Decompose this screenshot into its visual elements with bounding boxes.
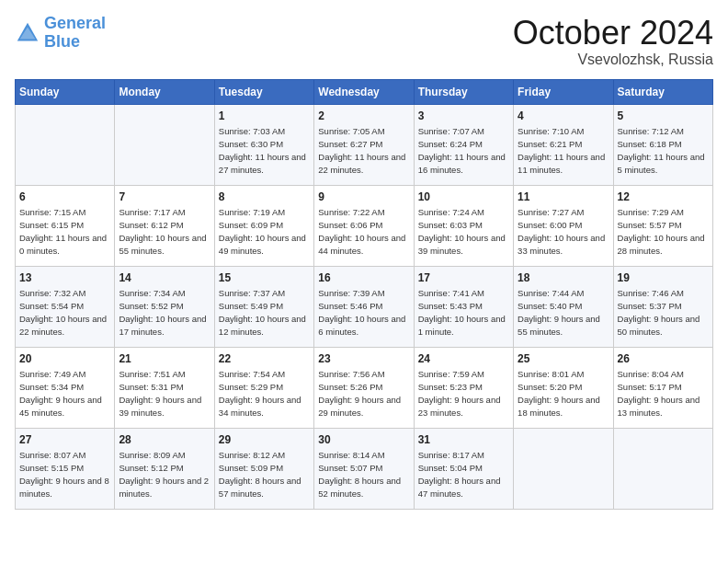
- calendar-week-row: 13Sunrise: 7:32 AM Sunset: 5:54 PM Dayli…: [16, 266, 713, 347]
- day-number: 29: [219, 432, 310, 448]
- day-info: Sunrise: 7:51 AM Sunset: 5:31 PM Dayligh…: [119, 368, 210, 419]
- day-info: Sunrise: 8:04 AM Sunset: 5:17 PM Dayligh…: [618, 368, 709, 419]
- logo-icon: [15, 20, 40, 46]
- calendar-cell: 12Sunrise: 7:29 AM Sunset: 5:57 PM Dayli…: [613, 185, 712, 266]
- location-title: Vsevolozhsk, Russia: [513, 52, 713, 68]
- calendar-cell: [514, 428, 613, 509]
- day-number: 20: [19, 351, 110, 367]
- calendar-cell: 3Sunrise: 7:07 AM Sunset: 6:24 PM Daylig…: [414, 104, 513, 185]
- day-number: 9: [318, 190, 409, 205]
- calendar-cell: [16, 104, 115, 185]
- day-number: 4: [518, 109, 609, 124]
- calendar-cell: 26Sunrise: 8:04 AM Sunset: 5:17 PM Dayli…: [613, 347, 712, 428]
- calendar-cell: 31Sunrise: 8:17 AM Sunset: 5:04 PM Dayli…: [414, 428, 513, 509]
- day-number: 10: [418, 190, 509, 205]
- day-number: 16: [318, 270, 409, 286]
- calendar-cell: 22Sunrise: 7:54 AM Sunset: 5:29 PM Dayli…: [214, 347, 313, 428]
- weekday-header: Friday: [514, 79, 613, 104]
- calendar-cell: [613, 428, 712, 509]
- day-info: Sunrise: 7:05 AM Sunset: 6:27 PM Dayligh…: [318, 125, 409, 176]
- calendar-cell: 8Sunrise: 7:19 AM Sunset: 6:09 PM Daylig…: [214, 185, 313, 266]
- day-info: Sunrise: 7:44 AM Sunset: 5:40 PM Dayligh…: [518, 287, 609, 338]
- day-number: 3: [418, 109, 509, 124]
- day-info: Sunrise: 7:34 AM Sunset: 5:52 PM Dayligh…: [119, 287, 210, 338]
- day-number: 25: [518, 351, 609, 367]
- day-info: Sunrise: 7:24 AM Sunset: 6:03 PM Dayligh…: [418, 206, 509, 257]
- calendar-cell: 2Sunrise: 7:05 AM Sunset: 6:27 PM Daylig…: [314, 104, 414, 185]
- day-info: Sunrise: 7:39 AM Sunset: 5:46 PM Dayligh…: [318, 287, 409, 338]
- day-number: 11: [518, 190, 609, 205]
- day-number: 28: [119, 432, 210, 448]
- day-info: Sunrise: 7:12 AM Sunset: 6:18 PM Dayligh…: [618, 125, 709, 176]
- calendar-cell: 21Sunrise: 7:51 AM Sunset: 5:31 PM Dayli…: [115, 347, 214, 428]
- calendar-cell: 15Sunrise: 7:37 AM Sunset: 5:49 PM Dayli…: [214, 266, 313, 347]
- day-number: 6: [19, 190, 110, 205]
- calendar-table: SundayMondayTuesdayWednesdayThursdayFrid…: [15, 79, 713, 510]
- calendar-cell: 7Sunrise: 7:17 AM Sunset: 6:12 PM Daylig…: [115, 185, 214, 266]
- day-number: 14: [119, 270, 210, 286]
- day-info: Sunrise: 7:59 AM Sunset: 5:23 PM Dayligh…: [418, 368, 509, 419]
- day-info: Sunrise: 7:29 AM Sunset: 5:57 PM Dayligh…: [618, 206, 709, 257]
- day-info: Sunrise: 7:15 AM Sunset: 6:15 PM Dayligh…: [19, 206, 110, 257]
- day-number: 15: [219, 270, 310, 286]
- calendar-cell: 17Sunrise: 7:41 AM Sunset: 5:43 PM Dayli…: [414, 266, 513, 347]
- day-number: 31: [418, 432, 509, 448]
- day-number: 1: [219, 109, 310, 124]
- day-info: Sunrise: 7:27 AM Sunset: 6:00 PM Dayligh…: [518, 206, 609, 257]
- day-number: 24: [418, 351, 509, 367]
- day-number: 13: [19, 270, 110, 286]
- calendar-cell: 27Sunrise: 8:07 AM Sunset: 5:15 PM Dayli…: [16, 428, 115, 509]
- calendar-cell: 25Sunrise: 8:01 AM Sunset: 5:20 PM Dayli…: [514, 347, 613, 428]
- calendar-cell: 23Sunrise: 7:56 AM Sunset: 5:26 PM Dayli…: [314, 347, 414, 428]
- day-info: Sunrise: 7:46 AM Sunset: 5:37 PM Dayligh…: [618, 287, 709, 338]
- calendar-cell: 9Sunrise: 7:22 AM Sunset: 6:06 PM Daylig…: [314, 185, 414, 266]
- page-header: General Blue October 2024 Vsevolozhsk, R…: [15, 15, 713, 68]
- weekday-header: Sunday: [16, 79, 115, 104]
- logo-text: General: [44, 15, 106, 33]
- day-number: 8: [219, 190, 310, 205]
- calendar-cell: 10Sunrise: 7:24 AM Sunset: 6:03 PM Dayli…: [414, 185, 513, 266]
- weekday-header: Tuesday: [214, 79, 313, 104]
- day-info: Sunrise: 7:32 AM Sunset: 5:54 PM Dayligh…: [19, 287, 110, 338]
- weekday-header: Saturday: [613, 79, 712, 104]
- calendar-cell: 28Sunrise: 8:09 AM Sunset: 5:12 PM Dayli…: [115, 428, 214, 509]
- day-number: 30: [318, 432, 409, 448]
- logo: General Blue: [15, 15, 106, 52]
- day-number: 5: [618, 109, 709, 124]
- calendar-cell: 11Sunrise: 7:27 AM Sunset: 6:00 PM Dayli…: [514, 185, 613, 266]
- day-info: Sunrise: 8:17 AM Sunset: 5:04 PM Dayligh…: [418, 449, 509, 500]
- calendar-cell: 24Sunrise: 7:59 AM Sunset: 5:23 PM Dayli…: [414, 347, 513, 428]
- calendar-cell: 6Sunrise: 7:15 AM Sunset: 6:15 PM Daylig…: [16, 185, 115, 266]
- day-number: 2: [318, 109, 409, 124]
- day-number: 12: [618, 190, 709, 205]
- day-info: Sunrise: 7:41 AM Sunset: 5:43 PM Dayligh…: [418, 287, 509, 338]
- day-info: Sunrise: 8:12 AM Sunset: 5:09 PM Dayligh…: [219, 449, 310, 500]
- day-number: 7: [119, 190, 210, 205]
- logo-subtext: Blue: [44, 33, 106, 52]
- calendar-week-row: 27Sunrise: 8:07 AM Sunset: 5:15 PM Dayli…: [16, 428, 713, 509]
- calendar-cell: 5Sunrise: 7:12 AM Sunset: 6:18 PM Daylig…: [613, 104, 712, 185]
- calendar-week-row: 6Sunrise: 7:15 AM Sunset: 6:15 PM Daylig…: [16, 185, 713, 266]
- calendar-week-row: 1Sunrise: 7:03 AM Sunset: 6:30 PM Daylig…: [16, 104, 713, 185]
- calendar-cell: 16Sunrise: 7:39 AM Sunset: 5:46 PM Dayli…: [314, 266, 414, 347]
- day-number: 19: [618, 270, 709, 286]
- day-info: Sunrise: 7:37 AM Sunset: 5:49 PM Dayligh…: [219, 287, 310, 338]
- day-number: 18: [518, 270, 609, 286]
- day-info: Sunrise: 7:17 AM Sunset: 6:12 PM Dayligh…: [119, 206, 210, 257]
- day-number: 23: [318, 351, 409, 367]
- day-info: Sunrise: 8:01 AM Sunset: 5:20 PM Dayligh…: [518, 368, 609, 419]
- day-info: Sunrise: 7:10 AM Sunset: 6:21 PM Dayligh…: [518, 125, 609, 176]
- weekday-header: Monday: [115, 79, 214, 104]
- day-number: 27: [19, 432, 110, 448]
- calendar-cell: 20Sunrise: 7:49 AM Sunset: 5:34 PM Dayli…: [16, 347, 115, 428]
- day-info: Sunrise: 7:54 AM Sunset: 5:29 PM Dayligh…: [219, 368, 310, 419]
- day-info: Sunrise: 8:07 AM Sunset: 5:15 PM Dayligh…: [19, 449, 110, 500]
- day-info: Sunrise: 7:49 AM Sunset: 5:34 PM Dayligh…: [19, 368, 110, 419]
- calendar-cell: [115, 104, 214, 185]
- weekday-header: Wednesday: [314, 79, 414, 104]
- calendar-cell: 4Sunrise: 7:10 AM Sunset: 6:21 PM Daylig…: [514, 104, 613, 185]
- calendar-cell: 19Sunrise: 7:46 AM Sunset: 5:37 PM Dayli…: [613, 266, 712, 347]
- day-info: Sunrise: 8:09 AM Sunset: 5:12 PM Dayligh…: [119, 449, 210, 500]
- month-title: October 2024: [513, 15, 713, 52]
- day-info: Sunrise: 7:56 AM Sunset: 5:26 PM Dayligh…: [318, 368, 409, 419]
